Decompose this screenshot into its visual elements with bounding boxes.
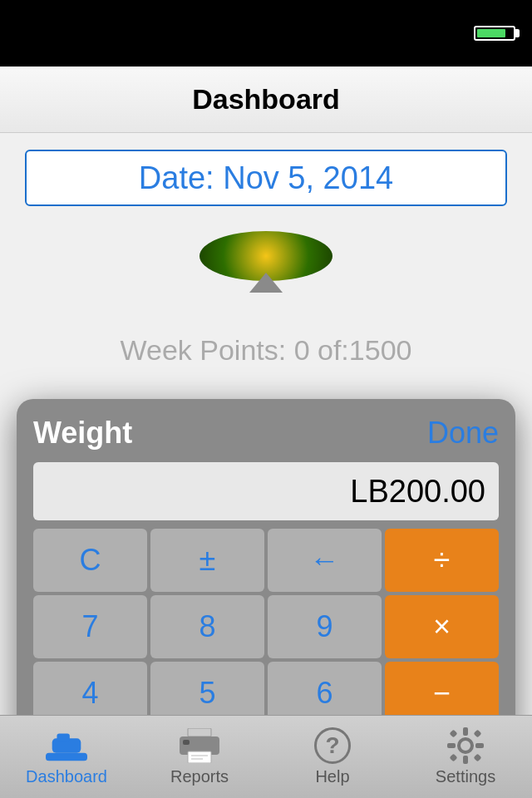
- svg-rect-15: [474, 730, 482, 738]
- key-plus-minus[interactable]: ±: [150, 529, 264, 592]
- key-7[interactable]: 7: [33, 595, 147, 658]
- svg-rect-3: [188, 728, 211, 736]
- key-multiply[interactable]: ×: [385, 595, 499, 658]
- tab-dashboard-label: Dashboard: [26, 767, 107, 786]
- svg-rect-16: [450, 754, 458, 762]
- svg-rect-1: [57, 734, 69, 742]
- key-8[interactable]: 8: [150, 595, 264, 658]
- modal-title: Weight: [33, 416, 132, 451]
- svg-rect-6: [188, 751, 211, 763]
- svg-rect-14: [450, 730, 458, 738]
- tab-bar: Dashboard Reports ? Help: [0, 715, 532, 798]
- main-content: Date: Nov 5, 2014 Weight Done LB200.00 C…: [0, 150, 532, 383]
- tab-dashboard[interactable]: Dashboard: [4, 720, 129, 795]
- status-bar: [0, 0, 532, 66]
- done-button[interactable]: Done: [427, 416, 499, 451]
- svg-rect-12: [447, 743, 456, 748]
- tab-help-label: Help: [315, 767, 349, 786]
- settings-icon: [445, 727, 486, 764]
- dashboard-icon: [46, 727, 87, 764]
- display-value: LB200.00: [350, 474, 485, 510]
- battery-fill: [477, 29, 505, 37]
- tab-reports-label: Reports: [170, 767, 229, 786]
- svg-point-9: [459, 739, 472, 752]
- help-circle: ?: [314, 727, 351, 764]
- key-divide[interactable]: ÷: [385, 529, 499, 592]
- week-points-text: Week Points: 0 of:1500: [121, 334, 412, 366]
- svg-rect-8: [191, 758, 203, 760]
- svg-rect-17: [474, 754, 482, 762]
- nav-bar: Dashboard: [0, 66, 532, 133]
- week-points: Week Points: 0 of:1500: [0, 318, 532, 383]
- svg-rect-13: [475, 743, 484, 748]
- battery-icon: [474, 26, 515, 41]
- display-field: LB200.00: [33, 462, 499, 520]
- printer-icon: [179, 727, 220, 764]
- svg-rect-2: [46, 753, 87, 761]
- date-container[interactable]: Date: Nov 5, 2014: [25, 150, 507, 206]
- key-9[interactable]: 9: [268, 595, 382, 658]
- key-backspace[interactable]: ←: [268, 529, 382, 592]
- tab-help[interactable]: ? Help: [270, 720, 395, 795]
- svg-rect-5: [183, 740, 190, 745]
- tab-reports[interactable]: Reports: [137, 720, 262, 795]
- tab-settings[interactable]: Settings: [403, 720, 528, 795]
- page-title: Dashboard: [192, 83, 340, 116]
- svg-rect-10: [463, 727, 468, 736]
- date-text: Date: Nov 5, 2014: [139, 160, 393, 196]
- svg-rect-7: [191, 755, 208, 756]
- key-clear[interactable]: C: [33, 529, 147, 592]
- modal-header: Weight Done: [33, 416, 499, 451]
- tab-settings-label: Settings: [436, 767, 495, 786]
- svg-rect-11: [463, 756, 468, 764]
- help-icon: ?: [312, 727, 353, 764]
- modal-triangle: [249, 273, 283, 293]
